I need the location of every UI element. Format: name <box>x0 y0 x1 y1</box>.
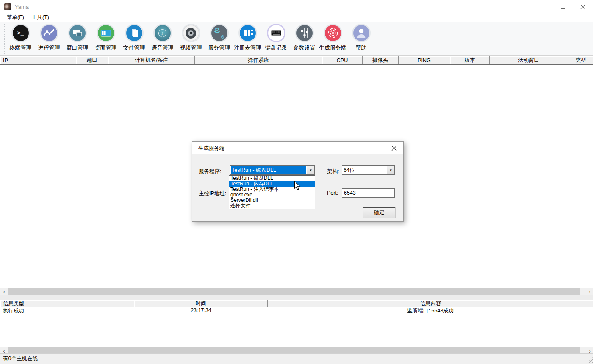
terminal-icon: >_ <box>13 25 29 41</box>
dropdown-item[interactable]: TestRun - 注入记事本 <box>229 187 315 192</box>
app-icon <box>4 3 11 10</box>
toolbar-button-desktop[interactable]: 桌面管理 <box>91 22 120 55</box>
chevron-down-icon[interactable]: ▼ <box>307 166 314 174</box>
log-cell-time: 23:17:34 <box>134 307 268 314</box>
hscrollbar-thumb[interactable] <box>8 347 580 354</box>
dropdown-item[interactable]: 选择文件 <box>229 203 315 209</box>
column-header-type[interactable]: 类型 <box>568 56 593 64</box>
dropdown-item[interactable]: ServerDll.dll <box>229 198 315 203</box>
column-header-ping[interactable]: PING <box>399 56 450 64</box>
service-program-value: TestRun - 磁盘DLL <box>231 166 306 174</box>
maximize-button[interactable] <box>553 0 573 13</box>
audio-icon: ♪ <box>155 25 171 41</box>
window-controls <box>533 0 593 13</box>
arch-value: 64位 <box>342 166 387 174</box>
dropdown-item[interactable]: ghost.exe <box>229 192 315 198</box>
host-table-header: IP 端口 计算机名/备注 操作系统 CPU 摄像头 PING 版本 活动窗口 … <box>0 56 593 65</box>
splitter[interactable] <box>0 295 593 300</box>
registry-icon <box>240 25 256 41</box>
hscrollbar-thumb[interactable] <box>8 288 580 295</box>
port-input[interactable] <box>342 188 395 198</box>
arch-label: 架构: <box>327 168 339 175</box>
menu-item-file[interactable]: 菜单(F) <box>4 13 27 22</box>
toolbar-button-terminal[interactable]: >_ 终端管理 <box>6 22 35 55</box>
close-icon <box>580 4 585 9</box>
dropdown-item[interactable]: TestRun - 磁盘DLL <box>229 176 315 181</box>
service-program-combobox[interactable]: TestRun - 磁盘DLL ▼ <box>230 165 315 175</box>
desktop-icon <box>98 25 114 41</box>
chevron-down-icon[interactable]: ▼ <box>387 166 394 174</box>
title-bar: Yama <box>0 0 593 13</box>
host-list-hscrollbar[interactable]: ‹ › <box>0 288 593 295</box>
log-cell-content: 监听端口: 6543成功 <box>268 307 593 314</box>
toolbar-button-services[interactable]: ⚙⚙ 服务管理 <box>205 22 233 55</box>
status-bar: 有0个主机在线 <box>0 353 593 364</box>
service-program-label: 服务程序: <box>199 168 221 175</box>
toolbar-button-registry[interactable]: 注册表管理 <box>233 22 262 55</box>
file-icon <box>126 25 142 41</box>
service-program-dropdown-list: TestRun - 磁盘DLL TestRun - 内存DLL TestRun … <box>229 175 315 209</box>
toolbar-button-settings[interactable]: 参数设置 <box>290 22 319 55</box>
log-list-area[interactable] <box>0 314 593 347</box>
column-header-time[interactable]: 时间 <box>134 300 268 307</box>
column-header-os[interactable]: 操作系统 <box>195 56 322 64</box>
column-header-info-content[interactable]: 信息内容 <box>268 300 593 307</box>
master-ip-label: 主控IP地址: <box>199 190 226 197</box>
keylogger-icon <box>268 25 284 41</box>
ok-button[interactable]: 确定 <box>363 207 395 218</box>
online-hosts-status: 有0个主机在线 <box>3 355 38 362</box>
close-icon <box>391 146 397 151</box>
arch-combobox[interactable]: 64位 ▼ <box>342 165 395 175</box>
window-icon <box>69 25 86 41</box>
scroll-right-icon[interactable]: › <box>586 288 593 295</box>
scroll-left-icon[interactable]: ‹ <box>0 288 8 295</box>
dialog-close-button[interactable] <box>388 144 399 153</box>
column-header-ip[interactable]: IP <box>0 56 76 64</box>
toolbar-button-file[interactable]: 文件管理 <box>120 22 148 55</box>
app-window: Yama 菜单(F) 工具(T) >_ 终端管理 <box>0 0 593 364</box>
toolbar-button-video[interactable]: 视频管理 <box>177 22 205 55</box>
services-icon: ⚙⚙ <box>211 25 227 41</box>
build-server-dialog: 生成服务端 服务程序: TestRun - 磁盘DLL ▼ 架构: 64位 ▼ … <box>192 141 404 222</box>
log-table-header: 信息类型 时间 信息内容 <box>0 300 593 307</box>
dialog-title: 生成服务端 <box>198 145 225 152</box>
port-label: Port: <box>327 190 338 196</box>
minimize-icon <box>540 7 545 7</box>
log-cell-type: 执行成功 <box>0 307 134 314</box>
column-header-port[interactable]: 端口 <box>76 56 108 64</box>
maximize-icon <box>561 5 565 9</box>
menu-bar: 菜单(F) 工具(T) <box>0 13 593 22</box>
toolbar-button-window[interactable]: 窗口管理 <box>63 22 91 55</box>
toolbar-button-help[interactable]: 帮助 <box>347 22 375 55</box>
toolbar-button-process[interactable]: 进程管理 <box>35 22 63 55</box>
column-header-camera[interactable]: 摄像头 <box>363 56 399 64</box>
log-table-row[interactable]: 执行成功 23:17:34 监听端口: 6543成功 <box>0 307 593 314</box>
help-icon <box>353 25 369 41</box>
column-header-version[interactable]: 版本 <box>450 56 490 64</box>
menu-item-tools[interactable]: 工具(T) <box>29 13 52 22</box>
settings-icon <box>296 25 313 41</box>
toolbar-button-build-server[interactable]: 生成服务端 <box>319 22 347 55</box>
build-server-icon <box>325 25 341 41</box>
column-header-info-type[interactable]: 信息类型 <box>0 300 134 307</box>
toolbar-button-keylogger[interactable]: 键盘记录 <box>262 22 290 55</box>
column-header-cpu[interactable]: CPU <box>322 56 363 64</box>
toolbar: >_ 终端管理 进程管理 窗口管理 <box>0 22 593 56</box>
dialog-title-bar: 生成服务端 <box>192 142 403 154</box>
resize-grip-icon[interactable] <box>587 357 593 363</box>
close-button[interactable] <box>573 0 593 13</box>
video-icon <box>183 25 199 41</box>
dropdown-item-selected[interactable]: TestRun - 内存DLL <box>229 181 315 187</box>
process-icon <box>41 25 57 41</box>
minimize-button[interactable] <box>533 0 553 13</box>
column-header-computer-name[interactable]: 计算机名/备注 <box>108 56 195 64</box>
column-header-active-window[interactable]: 活动窗口 <box>490 56 568 64</box>
window-title: Yama <box>15 4 29 10</box>
toolbar-button-audio[interactable]: ♪ 语音管理 <box>148 22 177 55</box>
